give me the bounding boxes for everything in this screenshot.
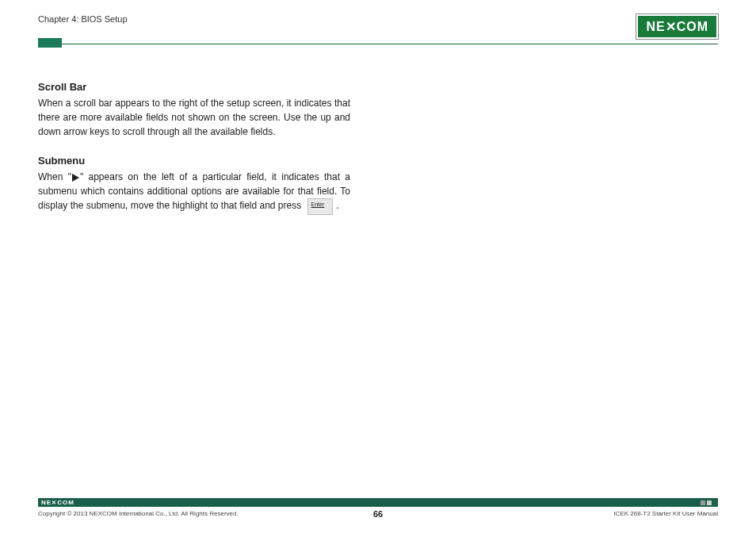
page-footer: NE✕COM Copyright © 2013 NEXCOM Internati… [38,498,718,517]
manual-name: ICEK 268-T2 Starter Kit User Manual [613,510,718,517]
scroll-bar-text: When a scroll bar appears to the right o… [38,96,350,139]
header-accent-bar [38,38,62,48]
submenu-text-part1: When " [38,171,71,182]
triangle-right-icon [72,174,79,182]
footer-logo: NE✕COM [38,499,74,506]
submenu-text-part2: " appears on the left of a particular fi… [38,171,350,211]
chapter-title: Chapter 4: BIOS Setup [38,14,128,24]
footer-info: Copyright © 2013 NEXCOM International Co… [38,510,718,517]
logo-text-right: COM [677,20,708,34]
copyright-text: Copyright © 2013 NEXCOM International Co… [38,510,239,517]
footer-bar: NE✕COM [38,498,718,507]
scroll-bar-heading: Scroll Bar [38,81,350,93]
logo-text-x: ✕ [666,19,677,34]
footer-square [701,500,705,505]
logo-text-left: NE [646,20,665,34]
nexcom-logo: NE✕COM [636,14,718,39]
page-number: 66 [373,509,383,519]
submenu-heading: Submenu [38,155,350,167]
enter-key-icon: Enter [307,198,334,215]
submenu-text-part3: . [336,200,338,211]
page-header: Chapter 4: BIOS Setup NE✕COM [0,0,756,39]
footer-squares-icon [701,500,712,505]
submenu-text: When "" appears on the left of a particu… [38,170,350,215]
main-content: Scroll Bar When a scroll bar appears to … [0,44,388,215]
footer-square [707,500,712,505]
